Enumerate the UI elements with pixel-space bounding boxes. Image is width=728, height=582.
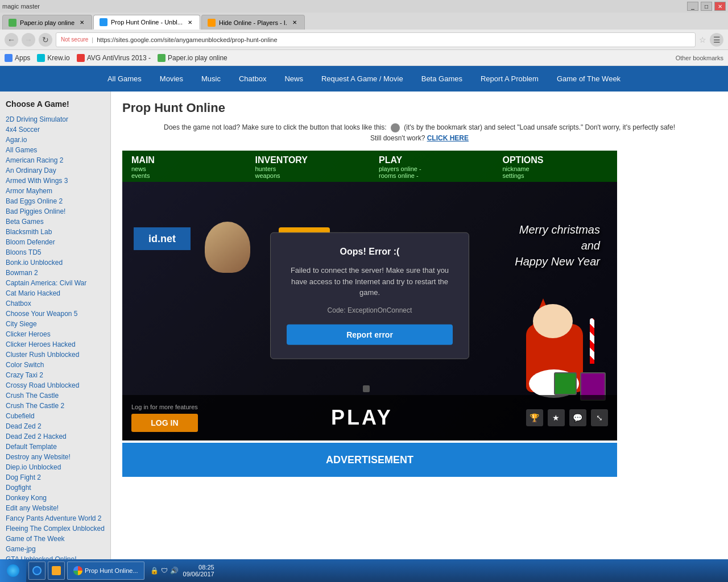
sidebar-item-bloom-defender[interactable]: Bloom Defender bbox=[0, 237, 110, 247]
sidebar-item-cluster-rush[interactable]: Cluster Rush Unblocked bbox=[0, 350, 110, 360]
sidebar-item-edit[interactable]: Edit any Website! bbox=[0, 503, 110, 513]
shield-icon bbox=[391, 123, 400, 132]
url-separator: | bbox=[92, 36, 93, 43]
sidebar-item-2d-driving[interactable]: 2D Driving Simulator bbox=[0, 114, 110, 124]
sidebar-item-city-siege[interactable]: City Siege bbox=[0, 319, 110, 329]
chat-icon[interactable]: 💬 bbox=[569, 409, 586, 426]
sidebar-item-armed-wings[interactable]: Armed With Wings 3 bbox=[0, 176, 110, 186]
game-bottom-bar: Log in for more features LOG IN PLAY 🏆 ★… bbox=[122, 395, 617, 440]
forward-button[interactable]: → bbox=[22, 33, 35, 47]
nav-game-of-week[interactable]: Game of The Week bbox=[549, 71, 628, 86]
url-bar[interactable]: Not secure | https://sites.google.com/si… bbox=[56, 32, 696, 47]
nav-movies[interactable]: Movies bbox=[152, 71, 191, 86]
sidebar-item-color-switch[interactable]: Color Switch bbox=[0, 360, 110, 370]
sidebar-item-bowman[interactable]: Bowman 2 bbox=[0, 268, 110, 278]
sidebar-item-agar[interactable]: Agar.io bbox=[0, 135, 110, 145]
sidebar-item-4x4-soccer[interactable]: 4x4 Soccer bbox=[0, 124, 110, 135]
sidebar-item-american-racing[interactable]: American Racing 2 bbox=[0, 155, 110, 165]
sidebar-item-choose-weapon[interactable]: Choose Your Weapon 5 bbox=[0, 309, 110, 319]
nav-news[interactable]: News bbox=[276, 71, 311, 86]
bookmark-paper[interactable]: Paper.io play online bbox=[158, 54, 228, 62]
sidebar-item-gta[interactable]: GTA Unblocked Online! bbox=[0, 554, 110, 559]
game-menu-inventory-sub1: hunters bbox=[255, 165, 361, 172]
sidebar-item-armor-mayhem[interactable]: Armor Mayhem bbox=[0, 186, 110, 196]
sidebar-item-dead-zed-hacked[interactable]: Dead Zed 2 Hacked bbox=[0, 431, 110, 442]
sidebar-item-cat-mario[interactable]: Cat Mario Hacked bbox=[0, 288, 110, 298]
sidebar-item-bloons[interactable]: Bloons TD5 bbox=[0, 247, 110, 257]
nav-beta-games[interactable]: Beta Games bbox=[413, 71, 470, 86]
other-bookmarks[interactable]: Other bookmarks bbox=[676, 55, 723, 61]
sidebar-item-diep[interactable]: Diep.io Unblocked bbox=[0, 462, 110, 472]
nav-all-games[interactable]: All Games bbox=[100, 71, 150, 86]
tab-close-prop[interactable]: ✕ bbox=[186, 18, 194, 26]
sidebar-item-cubefield[interactable]: Cubefield bbox=[0, 411, 110, 421]
nav-chatbox[interactable]: Chatbox bbox=[231, 71, 274, 86]
sidebar-item-ordinary-day[interactable]: An Ordinary Day bbox=[0, 165, 110, 176]
sidebar-item-chatbox[interactable]: Chatbox bbox=[0, 298, 110, 309]
sidebar-item-donkey-kong[interactable]: Donkey Kong bbox=[0, 493, 110, 503]
tab-favicon-hide bbox=[208, 19, 216, 27]
sidebar-item-clicker-hacked[interactable]: Clicker Heroes Hacked bbox=[0, 339, 110, 350]
fullscreen-icon[interactable]: ⤡ bbox=[591, 409, 608, 426]
sidebar-item-blacksmith[interactable]: Blacksmith Lab bbox=[0, 227, 110, 237]
sidebar-item-destroy[interactable]: Destroy any Website! bbox=[0, 452, 110, 462]
character-head bbox=[202, 222, 253, 284]
sidebar-item-game-week[interactable]: Game of The Week bbox=[0, 534, 110, 544]
bookmark-avg[interactable]: AVG AntiVirus 2013 - bbox=[77, 54, 151, 62]
game-menu-inventory[interactable]: INVENTORY hunters weapons bbox=[246, 151, 370, 182]
maximize-button[interactable]: □ bbox=[701, 2, 712, 11]
game-menu-options[interactable]: OPTIONS nickname settings bbox=[494, 151, 618, 182]
sidebar-item-bad-eggs[interactable]: Bad Eggs Online 2 bbox=[0, 196, 110, 206]
bookmark-star[interactable]: ☆ bbox=[699, 35, 706, 44]
nav-music[interactable]: Music bbox=[193, 71, 229, 86]
taskbar-item-explorer[interactable] bbox=[48, 562, 65, 580]
tab-paper-io[interactable]: Paper.io play online ✕ bbox=[2, 15, 92, 30]
bookmark-krew[interactable]: Krew.io bbox=[37, 54, 69, 62]
ad-banner-bottom[interactable]: ADVERTISEMENT bbox=[122, 443, 617, 477]
reload-button[interactable]: ↻ bbox=[39, 33, 52, 47]
sidebar-item-beta-games[interactable]: Beta Games bbox=[0, 217, 110, 227]
nav-request[interactable]: Request A Game / Movie bbox=[313, 71, 411, 86]
idnet-logo: id.net bbox=[134, 227, 191, 250]
sidebar-item-crazy-taxi[interactable]: Crazy Taxi 2 bbox=[0, 370, 110, 380]
sidebar-item-default-template[interactable]: Default Template bbox=[0, 442, 110, 452]
login-button[interactable]: LOG IN bbox=[131, 414, 198, 432]
tab-prop-hunt[interactable]: Prop Hunt Online - Unbl... ✕ bbox=[93, 15, 200, 30]
taskbar-item-internet-explorer[interactable] bbox=[28, 562, 46, 580]
settings-button[interactable]: ☰ bbox=[710, 33, 723, 47]
sidebar-item-crush-castle-2[interactable]: Crush The Castle 2 bbox=[0, 401, 110, 411]
bookmark-apps[interactable]: Apps bbox=[5, 54, 30, 62]
sidebar-item-crush-castle[interactable]: Crush The Castle bbox=[0, 390, 110, 401]
sidebar-item-dogfight[interactable]: Dogfight bbox=[0, 483, 110, 493]
sidebar-item-all-games[interactable]: All Games bbox=[0, 145, 110, 155]
sidebar-item-fancy-pants[interactable]: Fancy Pants Adventure World 2 bbox=[0, 513, 110, 523]
gift-boxes bbox=[554, 372, 606, 395]
sidebar-item-dog-fight[interactable]: Dog Fight 2 bbox=[0, 472, 110, 483]
sidebar-item-bonk[interactable]: Bonk.io Unblocked bbox=[0, 257, 110, 268]
sidebar-item-game-jpg[interactable]: Game-jpg bbox=[0, 544, 110, 554]
game-background: MAIN news events INVENTORY hunters weapo… bbox=[122, 151, 617, 440]
game-menu-play[interactable]: PLAY players online - rooms online - bbox=[370, 151, 494, 182]
nav-report[interactable]: Report A Problem bbox=[473, 71, 547, 86]
taskbar-item-chrome[interactable]: Prop Hunt Online... bbox=[67, 562, 144, 580]
trophy-icon[interactable]: 🏆 bbox=[526, 409, 543, 426]
start-button[interactable] bbox=[0, 559, 26, 582]
sidebar-item-clicker-heroes[interactable]: Clicker Heroes bbox=[0, 329, 110, 339]
report-error-button[interactable]: Report error bbox=[287, 325, 453, 345]
sidebar-item-dead-zed[interactable]: Dead Zed 2 bbox=[0, 421, 110, 431]
game-menu-play-label: PLAY bbox=[379, 155, 485, 165]
tab-close-hide[interactable]: ✕ bbox=[291, 19, 299, 27]
star-icon[interactable]: ★ bbox=[548, 409, 565, 426]
game-menu-main[interactable]: MAIN news events bbox=[122, 151, 246, 182]
close-button[interactable]: ✕ bbox=[714, 2, 726, 11]
back-button[interactable]: ← bbox=[5, 33, 18, 47]
minimize-button[interactable]: _ bbox=[687, 2, 698, 11]
tab-hide-online[interactable]: Hide Online - Players - I... ✕ bbox=[201, 15, 305, 30]
sidebar-item-crossy-road[interactable]: Crossy Road Unblocked bbox=[0, 380, 110, 390]
game-menu-play-sub1: players online - bbox=[379, 165, 485, 172]
sidebar-item-bad-piggies[interactable]: Bad Piggies Online! bbox=[0, 206, 110, 217]
tab-close-paper[interactable]: ✕ bbox=[78, 19, 86, 27]
sidebar-item-captain-america[interactable]: Captain America: Civil War bbox=[0, 278, 110, 288]
sidebar-item-fleeing[interactable]: Fleeing The Complex Unblocked bbox=[0, 523, 110, 534]
click-here-link[interactable]: CLICK HERE bbox=[427, 134, 469, 142]
